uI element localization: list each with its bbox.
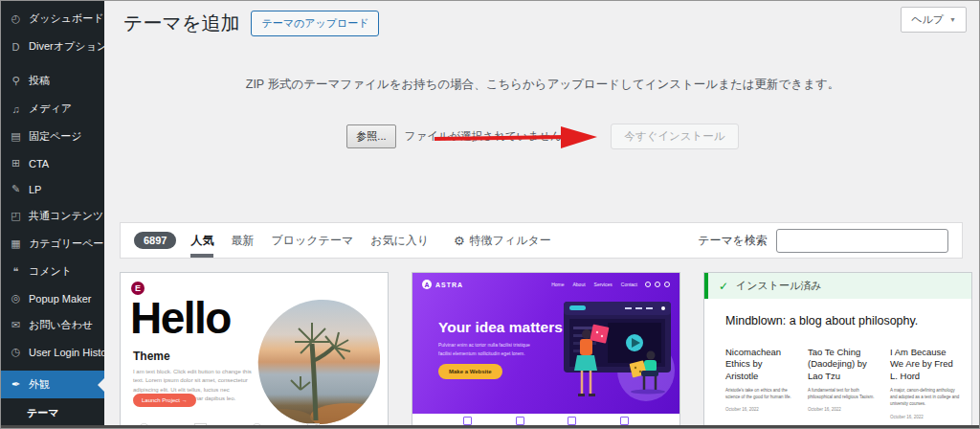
mindblown-site-title: Mindblown: a blog about philosophy. bbox=[725, 314, 918, 327]
sidebar-item-pages[interactable]: ▤ 固定ページ bbox=[1, 123, 104, 150]
sidebar-item-media[interactable]: ♫ メディア bbox=[1, 95, 104, 123]
sidebar-item-label: 投稿 bbox=[29, 74, 50, 88]
page-title: テーマを追加 bbox=[123, 11, 239, 36]
sidebar-item-cta[interactable]: ⊞ CTA bbox=[1, 150, 104, 176]
instagram-icon bbox=[645, 282, 651, 287]
sidebar-item-label: Popup Maker bbox=[29, 293, 91, 305]
post-excerpt: A fundamental text for both philosophica… bbox=[808, 387, 878, 400]
astra-illustration bbox=[525, 294, 679, 407]
sidebar-item-contact[interactable]: ✉ お問い合わせ bbox=[1, 311, 104, 339]
dashboard-icon: ◴ bbox=[10, 12, 22, 25]
sidebar-item-shared-content[interactable]: ◰ 共通コンテンツ bbox=[1, 202, 104, 230]
post-date: October 16, 2022 bbox=[808, 407, 878, 412]
post-title: Nicomachean Ethics by Aristotle bbox=[725, 347, 795, 382]
tab-block-themes[interactable]: ブロックテーマ bbox=[271, 223, 353, 258]
tab-popular[interactable]: 人気 bbox=[190, 223, 213, 258]
active-item-notch bbox=[91, 378, 104, 392]
astra-nav-about: About bbox=[573, 282, 586, 287]
diver-icon: D bbox=[10, 41, 22, 53]
sidebar-item-appearance[interactable]: ✒ 外観 bbox=[1, 371, 104, 398]
clock-icon: ◷ bbox=[10, 346, 22, 358]
feature-filter-label: 特徴フィルター bbox=[470, 233, 551, 249]
post-column: Tao Te Ching (Daodejing) by Lao Tzu A fu… bbox=[808, 347, 878, 419]
sidebar-item-comments[interactable]: ❝ コメント bbox=[1, 258, 104, 285]
astra-cta-button: Make a Website bbox=[438, 364, 502, 379]
page-icon: ▤ bbox=[10, 130, 22, 143]
grid-icon: ▦ bbox=[10, 237, 22, 250]
sidebar-item-label: お問い合わせ bbox=[29, 318, 93, 332]
sidebar-item-dashboard[interactable]: ◴ ダッシュボード bbox=[1, 5, 104, 33]
search-input[interactable] bbox=[776, 229, 948, 253]
sidebar-subitem-themes[interactable]: テーマ bbox=[1, 402, 104, 424]
upload-description: ZIP 形式のテーマファイルをお持ちの場合、こちらからアップロードしてインストー… bbox=[104, 77, 980, 93]
astra-nav-services: Services bbox=[594, 282, 612, 287]
sidebar-separator bbox=[1, 60, 104, 67]
upload-theme-button[interactable]: テーマのアップロード bbox=[251, 11, 379, 36]
admin-sidebar: ◴ ダッシュボード D Diverオプション ⚲ 投稿 ♫ メディア ▤ 固定ペ… bbox=[1, 1, 104, 428]
check-icon: ✓ bbox=[719, 280, 728, 293]
facebook-icon bbox=[655, 282, 660, 287]
sidebar-item-label: メディア bbox=[29, 102, 72, 116]
mail-icon: ✉ bbox=[10, 319, 22, 331]
hello-launch-button: Launch Project → bbox=[133, 394, 196, 407]
cta-icon: ⊞ bbox=[10, 157, 22, 169]
gear-icon: ⚙ bbox=[454, 234, 465, 248]
browse-file-button[interactable]: 参照... bbox=[346, 124, 395, 148]
astra-nav-home: Home bbox=[551, 282, 564, 287]
comment-icon: ❝ bbox=[10, 265, 22, 278]
pencil-icon: ✎ bbox=[10, 183, 22, 195]
chevron-down-icon: ▼ bbox=[949, 16, 956, 23]
post-column: Nicomachean Ethics by Aristotle Aristotl… bbox=[725, 347, 795, 419]
search-label: テーマを検索 bbox=[698, 233, 768, 249]
help-button[interactable]: ヘルプ ▼ bbox=[901, 7, 967, 33]
help-label: ヘルプ bbox=[911, 12, 944, 27]
feature-icon bbox=[620, 417, 629, 425]
sidebar-item-label: ダッシュボード bbox=[29, 11, 104, 26]
theme-card-installed[interactable]: ✓ インストール済み Mindblown: a blog about philo… bbox=[703, 272, 972, 429]
theme-card-hello-elementor[interactable]: E Hello Theme I am text block. Click edi… bbox=[120, 272, 389, 429]
hello-theme-title: Hello bbox=[130, 292, 231, 344]
astra-body-text: Pulvinar enim ac tortor nulla facilisi t… bbox=[438, 341, 534, 357]
astra-nav-contact: Contact bbox=[621, 282, 637, 287]
theme-search: テーマを検索 bbox=[698, 229, 948, 253]
install-now-button[interactable]: 今すぐインストール bbox=[611, 124, 738, 149]
sidebar-item-label: 外観 bbox=[29, 377, 50, 392]
sidebar-item-label: 共通コンテンツ bbox=[29, 209, 103, 223]
brush-icon: ✒ bbox=[10, 378, 22, 391]
post-excerpt: A major, canon-defining anthology and ad… bbox=[890, 387, 960, 408]
pin-icon: ⚲ bbox=[10, 75, 22, 87]
tab-latest[interactable]: 最新 bbox=[231, 223, 254, 258]
sidebar-item-user-login-history[interactable]: ◷ User Login History bbox=[1, 339, 104, 365]
feature-filter-toggle[interactable]: ⚙ 特徴フィルター bbox=[454, 233, 551, 249]
mindblown-posts: Nicomachean Ethics by Aristotle Aristotl… bbox=[725, 347, 960, 419]
theme-card-astra[interactable]: A ASTRA Home About Services Contact Your… bbox=[412, 272, 680, 429]
post-title: Tao Te Ching (Daodejing) by Lao Tzu bbox=[808, 347, 878, 382]
sidebar-item-label: Diverオプション bbox=[29, 39, 107, 54]
post-date: October 16, 2022 bbox=[890, 415, 960, 419]
sidebar-item-diver-options[interactable]: D Diverオプション bbox=[1, 33, 104, 60]
twitter-icon bbox=[664, 282, 670, 287]
sidebar-item-posts[interactable]: ⚲ 投稿 bbox=[1, 67, 104, 95]
folder-icon: ◰ bbox=[10, 210, 22, 222]
sidebar-item-category-page[interactable]: ▦ カテゴリーページ bbox=[1, 230, 104, 258]
installed-label: インストール済み bbox=[736, 279, 822, 293]
post-excerpt: Aristotle's take on ethics and the scien… bbox=[725, 387, 795, 400]
theme-filter-bar: 6897 人気 最新 ブロックテーマ お気に入り ⚙ 特徴フィルター テーマを検… bbox=[120, 222, 963, 259]
sidebar-item-label: カテゴリーページ bbox=[29, 237, 115, 251]
sidebar-item-popup-maker[interactable]: ◎ Popup Maker bbox=[1, 285, 104, 311]
sidebar-item-label: コメント bbox=[29, 264, 72, 279]
installed-notice: ✓ インストール済み bbox=[704, 273, 971, 299]
sidebar-item-label: CTA bbox=[29, 158, 49, 169]
page-header: テーマを追加 テーマのアップロード bbox=[123, 11, 379, 36]
upload-form: 参照... ファイルが選択されていません。 今すぐインストール bbox=[104, 124, 980, 149]
theme-count-badge: 6897 bbox=[134, 232, 176, 249]
media-icon: ♫ bbox=[10, 103, 22, 115]
sidebar-item-label: 固定ページ bbox=[29, 129, 82, 144]
astra-logo-icon: A bbox=[422, 280, 432, 289]
post-column: I Am Because We Are by Fred L. Hord A ma… bbox=[890, 347, 960, 419]
feature-icon bbox=[516, 417, 524, 425]
wordpress-admin-page: ◴ ダッシュボード D Diverオプション ⚲ 投稿 ♫ メディア ▤ 固定ペ… bbox=[0, 0, 980, 429]
astra-nav: Home About Services Contact bbox=[551, 282, 637, 287]
tab-favorites[interactable]: お気に入り bbox=[370, 223, 429, 258]
sidebar-item-lp[interactable]: ✎ LP bbox=[1, 176, 104, 202]
